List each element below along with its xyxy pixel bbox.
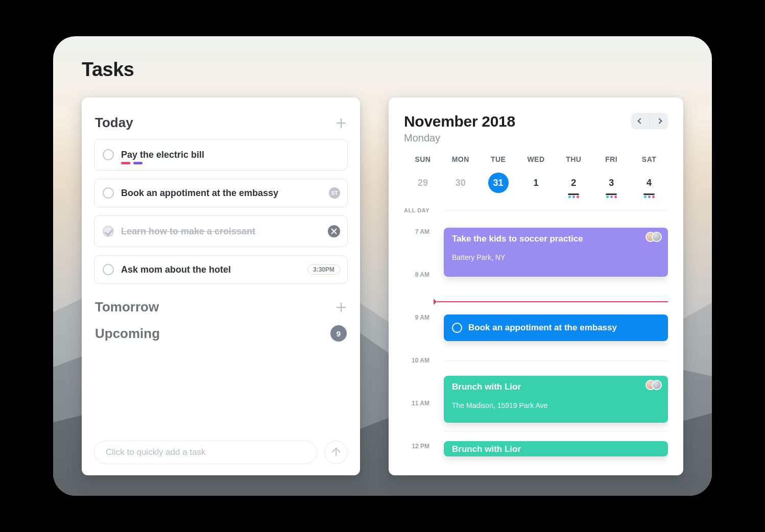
- task-tags: [121, 162, 142, 164]
- tag-dot-purple: [133, 162, 142, 164]
- dow-label: SUN: [404, 155, 442, 163]
- tag-dot-red: [121, 162, 130, 164]
- quick-add-submit-button[interactable]: [324, 441, 348, 464]
- subtasks-badge: ST: [329, 187, 340, 199]
- tasks-panel: Today Pay the electric bill Book an appo…: [82, 98, 360, 475]
- task-title: Book an appotiment at the embassy: [121, 188, 322, 199]
- date-number: 4: [647, 178, 652, 188]
- agenda: ALL DAY 7 AM 8 AM 9 AM 10 AM 11 AM 12 PM: [404, 206, 668, 475]
- dow-label: TUE: [480, 155, 517, 163]
- calendar-month-year: November 2018: [404, 113, 515, 130]
- section-title-today: Today: [95, 115, 133, 131]
- task-item[interactable]: Ask mom about the hotel 3:30PM: [94, 255, 348, 284]
- event-embassy-appointment[interactable]: Book an appotiment at the embassy: [444, 315, 668, 341]
- task-item[interactable]: Learn how to make a croissant: [94, 215, 348, 247]
- date-underline: [606, 194, 617, 195]
- delete-task-button[interactable]: [328, 225, 340, 237]
- date-cell[interactable]: 2: [563, 173, 584, 193]
- task-time-pill: 3:30PM: [307, 264, 340, 275]
- date-event-dots: [644, 196, 655, 198]
- task-checkbox-done[interactable]: [103, 226, 114, 237]
- event-brunch-2[interactable]: Brunch with Lior: [444, 441, 668, 456]
- dow-label: MON: [442, 155, 480, 163]
- event-title: Take the kids to soccer practice: [452, 234, 660, 244]
- task-checkbox[interactable]: [103, 149, 114, 160]
- dow-row: SUN MON TUE WED THU FRI SAT: [404, 155, 668, 163]
- event-title: Brunch with Lior: [452, 444, 660, 454]
- event-soccer-practice[interactable]: Take the kids to soccer practice Battery…: [444, 228, 668, 277]
- hour-divider: [444, 296, 668, 297]
- section-upcoming: Upcoming 9: [95, 325, 347, 342]
- prev-week-button[interactable]: [631, 113, 650, 129]
- event-location: Battery Park, NY: [452, 253, 660, 261]
- event-location: The Madison, 15919 Park Ave: [452, 401, 660, 409]
- divider: [444, 210, 668, 211]
- event-title: Brunch with Lior: [452, 382, 660, 392]
- date-cell[interactable]: 1: [525, 173, 546, 193]
- time-label: 9 AM: [415, 314, 429, 321]
- hour-divider: [444, 360, 668, 361]
- add-task-today-button[interactable]: [336, 117, 347, 129]
- date-cell[interactable]: 30: [450, 173, 471, 193]
- columns: Today Pay the electric bill Book an appo…: [82, 98, 683, 475]
- date-underline: [568, 194, 579, 195]
- event-brunch[interactable]: Brunch with Lior The Madison, 15919 Park…: [444, 376, 668, 423]
- time-label: 12 PM: [412, 443, 429, 450]
- calendar-panel: November 2018 Monday SUN MON TUE WED THU…: [389, 98, 683, 475]
- calendar-header: November 2018 Monday: [404, 113, 668, 144]
- current-time-indicator: [437, 301, 668, 302]
- date-row: 29 30 31 1 2 3: [404, 173, 668, 193]
- event-attendees: [650, 232, 662, 242]
- dow-label: WED: [517, 155, 555, 163]
- section-tomorrow: Tomorrow: [95, 299, 347, 315]
- task-checkbox[interactable]: [103, 187, 114, 199]
- arrow-up-icon: [332, 449, 340, 456]
- time-label: 7 AM: [415, 228, 429, 235]
- task-item[interactable]: Book an appotiment at the embassy ST: [94, 179, 348, 207]
- date-number: 2: [571, 178, 576, 188]
- calendar-weekday: Monday: [404, 132, 515, 144]
- section-title-upcoming: Upcoming: [95, 326, 160, 342]
- date-underline: [643, 194, 655, 195]
- date-cell[interactable]: 29: [413, 173, 433, 193]
- upcoming-count-badge: 9: [330, 325, 347, 342]
- app-window: Tasks Today Pay the electric bill: [53, 36, 712, 496]
- task-checkbox[interactable]: [103, 264, 114, 275]
- next-week-button[interactable]: [650, 113, 668, 129]
- date-event-dots: [568, 196, 579, 198]
- page-title: Tasks: [82, 59, 134, 81]
- calendar-title-block: November 2018 Monday: [404, 113, 515, 144]
- date-cell[interactable]: 3: [601, 173, 621, 193]
- event-attendees: [650, 380, 662, 390]
- time-label: 8 AM: [415, 271, 429, 278]
- all-day-label: ALL DAY: [404, 207, 436, 213]
- dow-label: SAT: [630, 155, 668, 163]
- chevron-right-icon: [656, 118, 662, 124]
- task-title: Learn how to make a croissant: [121, 226, 321, 237]
- time-label: 11 AM: [412, 400, 429, 407]
- date-cell-selected[interactable]: 31: [488, 173, 509, 193]
- time-label: 10 AM: [412, 357, 429, 364]
- quick-add-row: [94, 431, 348, 464]
- dow-label: THU: [555, 155, 592, 163]
- dow-label: FRI: [592, 155, 630, 163]
- calendar-nav: [631, 113, 668, 129]
- chevron-left-icon: [637, 118, 643, 124]
- task-item[interactable]: Pay the electric bill: [94, 139, 348, 171]
- task-ring-icon: [452, 323, 462, 333]
- event-title: Book an appotiment at the embassy: [468, 323, 617, 333]
- section-today: Today: [95, 115, 347, 131]
- hour-divider: [444, 431, 668, 431]
- date-cell[interactable]: 4: [639, 173, 659, 193]
- add-task-tomorrow-button[interactable]: [336, 302, 347, 313]
- quick-add-input[interactable]: [94, 441, 317, 464]
- date-number: 3: [609, 178, 614, 188]
- section-title-tomorrow: Tomorrow: [95, 299, 159, 315]
- task-title: Pay the electric bill: [121, 150, 340, 160]
- date-event-dots: [606, 196, 617, 198]
- task-title: Ask mom about the hotel: [121, 264, 300, 275]
